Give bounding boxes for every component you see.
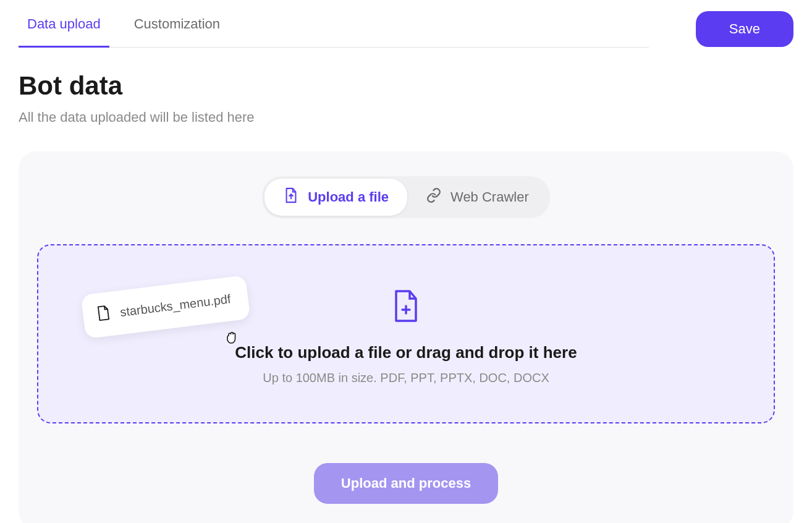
segment-web-crawler[interactable]: Web Crawler: [407, 179, 548, 216]
page-subtitle: All the data uploaded will be listed her…: [19, 109, 793, 125]
tab-customization[interactable]: Customization: [134, 11, 220, 47]
upload-card: Upload a file Web Crawler starbucks_menu…: [19, 151, 793, 523]
segment-upload-file-label: Upload a file: [308, 189, 389, 205]
dropzone-subtitle: Up to 100MB in size. PDF, PPT, PPTX, DOC…: [263, 371, 549, 385]
segment-upload-file[interactable]: Upload a file: [264, 179, 407, 216]
file-icon: [96, 304, 112, 325]
add-file-icon: [391, 289, 421, 326]
page-title: Bot data: [19, 71, 793, 101]
file-dropzone[interactable]: starbucks_menu.pdf Click to upload a fil…: [37, 244, 775, 423]
tab-data-upload[interactable]: Data upload: [27, 11, 101, 47]
file-upload-icon: [283, 187, 299, 207]
tabs-container: Data upload Customization: [19, 11, 649, 48]
upload-and-process-button[interactable]: Upload and process: [314, 463, 498, 504]
save-button[interactable]: Save: [696, 11, 793, 47]
link-icon: [426, 187, 442, 207]
grab-cursor-icon: [224, 330, 240, 346]
upload-mode-segmented: Upload a file Web Crawler: [262, 176, 550, 218]
segment-web-crawler-label: Web Crawler: [450, 189, 529, 205]
dragged-file-name: starbucks_menu.pdf: [119, 292, 232, 320]
dropzone-title: Click to upload a file or drag and drop …: [235, 343, 577, 362]
